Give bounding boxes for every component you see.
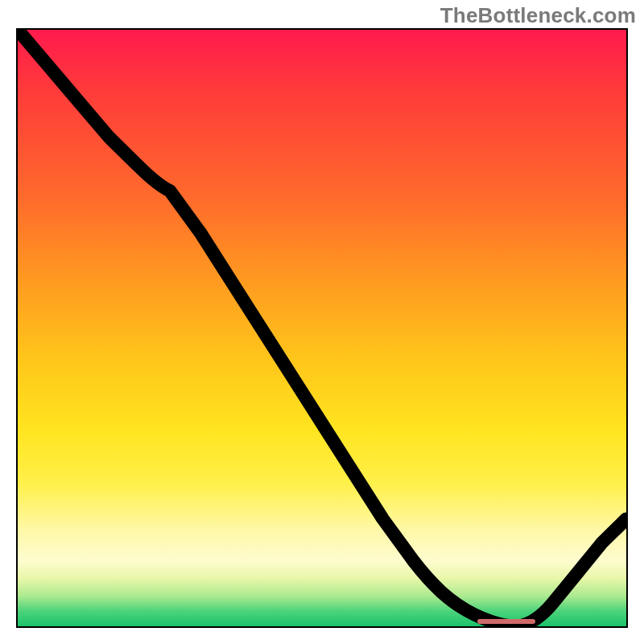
curve-path	[18, 30, 626, 626]
plot-frame	[16, 28, 628, 628]
curve-layer	[18, 30, 626, 626]
watermark-text: TheBottleneck.com	[440, 3, 636, 28]
min-marker	[477, 619, 535, 624]
